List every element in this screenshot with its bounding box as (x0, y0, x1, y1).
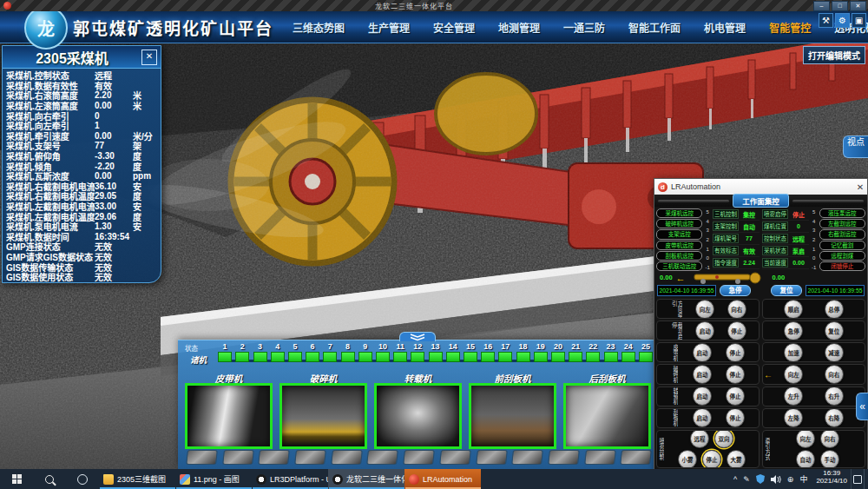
thumbnail-filmstrip[interactable] (187, 450, 651, 465)
support-indicator[interactable]: 15 (462, 342, 479, 370)
remote-control-button[interactable]: 破碎机远控 (656, 219, 702, 228)
shield-icon[interactable] (756, 474, 765, 484)
camera-video-thumbnail[interactable] (185, 383, 273, 449)
round-control-button[interactable]: 向左 (784, 365, 803, 384)
camera-item[interactable]: 前刮板机 (469, 372, 556, 449)
volume-icon[interactable] (771, 475, 781, 484)
support-indicator[interactable]: 16 (479, 342, 496, 370)
round-control-button[interactable]: 启动 (693, 408, 712, 427)
window-title-bar[interactable]: 龙软二三维一体化平台 – □ ✕ (0, 0, 868, 11)
support-indicator[interactable]: 6 (304, 342, 321, 370)
taskbar-task[interactable]: 龙软二三维一体化... (328, 469, 404, 489)
support-indicator[interactable]: 14 (444, 342, 462, 370)
remote-control-button[interactable]: 三机联动远控 (656, 261, 702, 271)
support-indicator[interactable]: 22 (584, 342, 602, 370)
ime-indicator[interactable]: 中 (799, 473, 807, 485)
camera-video-thumbnail[interactable] (279, 383, 367, 449)
support-indicator[interactable]: 12 (409, 342, 426, 370)
camera-video-thumbnail[interactable] (563, 383, 651, 449)
support-indicator[interactable]: 4 (269, 342, 286, 370)
network-icon[interactable]: ⊕ (787, 475, 794, 484)
remote-control-button[interactable]: 左截割远控 (819, 219, 865, 228)
close-button[interactable]: ✕ (850, 1, 866, 11)
support-indicator[interactable]: 19 (532, 342, 549, 370)
round-control-button[interactable]: 复位 (825, 321, 844, 340)
lr-close-icon[interactable]: ✕ (853, 182, 867, 192)
support-indicator[interactable]: 9 (357, 342, 374, 370)
camera-item[interactable]: 皮带机 (185, 372, 273, 449)
support-indicator[interactable]: 21 (567, 342, 584, 370)
support-indicator[interactable]: 24 (620, 342, 637, 370)
nav-menu-item[interactable]: 安全管理 (433, 20, 475, 35)
support-indicator[interactable]: 3 (251, 342, 268, 370)
support-indicator[interactable]: 2 (233, 342, 251, 370)
remote-control-button[interactable]: 液压泵远控 (819, 208, 865, 218)
taskbar-clock[interactable]: 16:39 2021/4/10 (812, 469, 851, 489)
round-control-button[interactable]: 停止 (727, 321, 746, 340)
round-control-button[interactable]: 右升 (825, 387, 844, 406)
action-center-button[interactable] (851, 469, 864, 489)
nav-menu-item[interactable]: 生产管理 (368, 20, 410, 35)
nav-menu-item[interactable]: 智能管控 (769, 20, 811, 35)
maximize-button[interactable]: □ (832, 1, 848, 11)
round-control-button[interactable]: 左降 (784, 408, 803, 427)
gear-icon[interactable]: ⚙ (835, 13, 850, 28)
support-indicator[interactable]: 1 (216, 342, 233, 370)
round-control-button[interactable]: 小雾 (678, 450, 697, 468)
remote-control-button[interactable]: 刮板机远控 (656, 251, 702, 261)
support-indicator[interactable]: 25 (637, 342, 654, 370)
round-control-button[interactable]: 向右 (820, 430, 839, 448)
estop-pill-button[interactable]: 急停 (720, 285, 751, 296)
support-indicator[interactable]: 8 (339, 342, 356, 370)
round-control-button[interactable]: 停止 (726, 365, 745, 384)
minimize-button[interactable]: – (813, 1, 830, 11)
round-control-button[interactable]: 远程 (690, 430, 709, 448)
nav-menu-item[interactable]: 三维态势图 (293, 20, 345, 35)
viewpoint-tab[interactable]: 视点 (843, 135, 868, 158)
support-indicator[interactable]: 7 (321, 342, 339, 370)
round-control-button[interactable]: 停止 (726, 387, 745, 406)
round-control-button[interactable]: 手动 (820, 450, 839, 468)
search-button[interactable] (33, 469, 66, 489)
round-control-button[interactable]: 启动 (693, 387, 712, 406)
round-control-button[interactable]: 向左 (695, 300, 714, 319)
fullscreen-icon[interactable]: ▣ (852, 13, 866, 28)
round-control-button[interactable]: 双向 (714, 430, 733, 448)
nav-menu-item[interactable]: 机电管理 (704, 20, 746, 35)
remote-control-button[interactable]: 右截割远控 (819, 229, 865, 239)
round-control-button[interactable]: 减速 (825, 343, 844, 362)
collapse-panel-tab[interactable]: « (856, 393, 868, 420)
support-indicator[interactable]: 23 (602, 342, 619, 370)
start-button[interactable] (0, 469, 33, 489)
camera-video-thumbnail[interactable] (469, 383, 556, 449)
remote-control-button[interactable]: 远程割煤 (819, 251, 865, 261)
camera-item[interactable]: 后刮板机 (563, 372, 651, 449)
support-indicator[interactable]: 20 (549, 342, 567, 370)
round-control-button[interactable]: 自动 (796, 450, 815, 468)
reset-pill-button[interactable]: 复位 (771, 285, 802, 296)
pen-icon[interactable]: ✎ (743, 475, 750, 484)
round-control-button[interactable]: 向右 (825, 365, 844, 384)
round-control-button[interactable]: 启动 (693, 343, 712, 362)
cortana-button[interactable] (66, 469, 99, 489)
remote-control-button[interactable]: 闭锁停止 (819, 261, 865, 271)
tray-chevron-up-icon[interactable]: ^ (733, 475, 737, 484)
remote-control-button[interactable]: 皮带机远控 (656, 241, 702, 250)
support-indicator[interactable]: 13 (426, 342, 444, 370)
round-control-button[interactable]: 停止 (726, 343, 745, 362)
remote-control-button[interactable]: 采煤机远控 (656, 208, 702, 218)
support-indicator[interactable]: 11 (391, 342, 409, 370)
round-control-button[interactable]: 顺启 (784, 300, 803, 319)
round-control-button[interactable]: 启动 (695, 321, 714, 340)
remote-control-button[interactable]: 支架远控 (656, 229, 702, 239)
round-control-button[interactable]: 左升 (784, 387, 803, 406)
collapse-strip-button[interactable] (399, 332, 436, 341)
camera-item[interactable]: 转载机 (374, 372, 462, 449)
camera-video-thumbnail[interactable] (374, 383, 462, 449)
round-control-button[interactable]: 急停 (784, 321, 803, 340)
camera-item[interactable]: 破碎机 (279, 372, 367, 449)
nav-menu-item[interactable]: 智能工作面 (628, 20, 681, 35)
taskbar-task[interactable]: 11.png - 画图 (175, 469, 252, 489)
nav-menu-item[interactable]: 地测管理 (498, 20, 540, 35)
open-edit-mode-button[interactable]: 打开编辑模式 (803, 46, 865, 64)
